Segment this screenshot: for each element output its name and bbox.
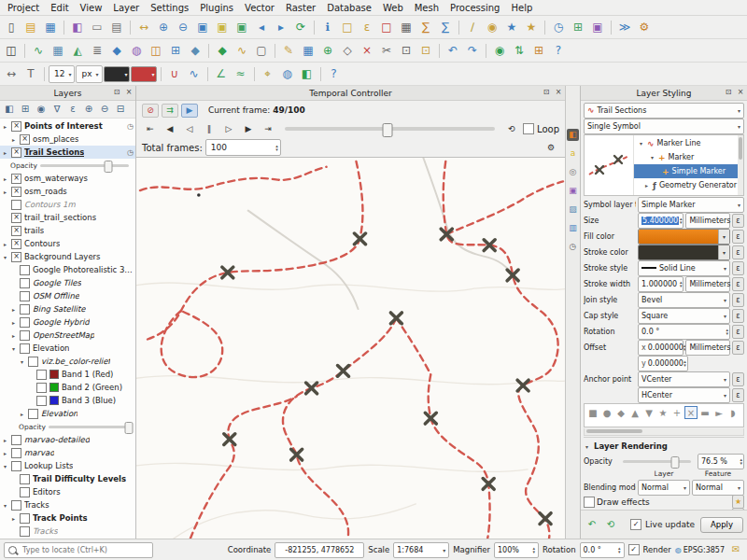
refresh-map-icon[interactable]: ⟳ [291,18,310,36]
enable-snapping-icon[interactable]: ∪ [165,64,184,83]
layer-row[interactable]: ▸marvao-detailed [0,433,135,446]
map-canvas[interactable] [136,158,565,539]
layer-row[interactable]: ▸Elevation [0,407,135,420]
locator-input[interactable] [21,545,148,555]
spin-arrows-icon[interactable]: ▴▾ [684,359,686,367]
save-project-icon[interactable]: ▦ [41,18,60,36]
field-calculator-icon[interactable]: ∑ [416,18,435,36]
anchor-h-data-defined-button[interactable]: ε [732,388,744,402]
undock-panel-icon[interactable]: ⊡ [541,87,552,98]
new-map-view-icon[interactable]: ⊞ [569,18,587,36]
symbol-tree-scrollbar[interactable] [738,135,743,195]
step-forward-button[interactable]: ▶ [240,122,257,136]
frame-slider-handle[interactable] [383,123,393,137]
styling-layer-combo[interactable]: ∿ Trail Sections ▾ [584,103,744,119]
menu-plugins[interactable]: Plugins [194,2,239,14]
histogram-tab[interactable]: ▥ [567,222,579,234]
cap-style-data-defined-button[interactable]: ε [732,309,744,323]
help-icon[interactable]: ? [549,41,568,60]
expand-arrow-icon[interactable]: ▾ [649,154,655,161]
layer-checkbox[interactable]: × [20,134,30,145]
help-contents-icon[interactable]: ? [325,64,344,83]
join-style-combo[interactable]: Bevel ▾ [638,292,730,308]
show-bookmarks-icon[interactable]: ★ [522,18,541,36]
spin-arrows-icon[interactable]: ▴▾ [726,328,728,335]
layer-checkbox[interactable] [20,330,30,341]
spin-arrows-icon[interactable]: ▴▾ [532,546,535,553]
layer-row[interactable]: ▸Google Hybrid [0,315,135,329]
expand-arrow-icon[interactable]: ▸ [10,332,17,339]
add-xyz-layer-icon[interactable]: ⊞ [166,41,185,60]
rotation-spinbox[interactable]: 0.0 ° ▴▾ [638,324,730,340]
menu-help[interactable]: Help [505,2,538,14]
feature-blend-combo[interactable]: Normal ▾ [692,480,744,496]
layer-row[interactable]: ▸Bing Satellite [0,302,135,315]
layer-checkbox[interactable] [20,474,30,484]
layer-row[interactable]: Tracks [0,525,135,538]
expand-arrow-icon[interactable]: ▸ [2,241,8,247]
stroke-width-spinbox[interactable]: 1.000000 ▴▾ [638,276,684,292]
expand-arrow-icon[interactable]: ▸ [10,319,17,326]
layer-opacity-handle[interactable] [125,422,134,434]
symbol-layer-type-combo[interactable]: Simple Marker ▾ [638,197,744,213]
layer-row[interactable]: Contours 1m [0,198,135,211]
spin-arrows-icon[interactable]: ▴▾ [275,144,278,151]
offset-unit-combo[interactable]: Millimeters ▾ [685,340,730,356]
offset-x-spinbox[interactable]: x 0.000000 ▴▾ [638,340,684,356]
layer-row[interactable]: Band 3 (Blue) [0,394,135,407]
close-panel-icon[interactable]: × [123,87,134,98]
layer-checkbox[interactable] [20,513,30,524]
layer-checkbox[interactable]: × [11,147,21,158]
text-color-chip[interactable]: ▾ [104,66,130,82]
shape-line[interactable]: ▬ [698,406,712,419]
menu-settings[interactable]: Settings [145,2,194,14]
zoom-to-layer-icon[interactable]: ▣ [233,18,251,36]
layer-rendering-header[interactable]: ▾ Layer Rendering [584,437,744,453]
new-3d-map-view-icon[interactable]: ▣ [588,18,607,36]
temporal-controller-panel-icon[interactable]: ◷ [549,18,568,36]
stroke-color-button[interactable]: ▾ [638,245,730,260]
close-panel-icon[interactable]: × [735,87,746,98]
expand-arrow-icon[interactable]: ▾ [638,140,644,147]
layer-checkbox[interactable] [11,200,21,210]
layer-row[interactable]: ▾viz.be_color-relief [0,355,135,368]
menu-edit[interactable]: Edit [45,2,74,14]
skip-to-start-button[interactable]: ⇤ [142,122,159,136]
text-annotation-icon[interactable]: T [21,64,40,83]
undock-panel-icon[interactable]: ⊡ [111,87,122,98]
zoom-next-icon[interactable]: ▸ [272,18,290,36]
layer-checkbox[interactable] [36,383,47,393]
layer-opacity-slider[interactable] [49,426,129,428]
plugin-builder-icon[interactable]: ⊞ [529,41,548,60]
enable-tracing-icon[interactable]: ∿ [185,64,204,83]
layer-row[interactable]: Google Tiles [0,276,135,289]
symbology-tab[interactable]: ◧ [567,129,579,141]
save-layer-edits-icon[interactable]: ▦ [299,41,317,60]
expand-arrow-icon[interactable]: ▸ [2,149,8,156]
render-opacity-handle[interactable] [670,456,679,469]
layer-checkbox[interactable] [28,357,38,367]
layer-row[interactable]: ▸Track Points [0,511,135,525]
layer-checkbox[interactable] [20,278,30,288]
layer-checkbox[interactable] [20,291,30,301]
menu-view[interactable]: View [75,2,108,14]
expand-arrow-icon[interactable]: ▸ [2,437,8,443]
expand-arrow-icon[interactable]: ▾ [2,463,8,469]
expand-arrow-icon[interactable]: ▾ [19,358,25,365]
shape-star[interactable]: ★ [656,406,669,419]
zoom-last-icon[interactable]: ◂ [252,18,271,36]
layer-checkbox[interactable]: × [11,226,21,236]
live-update-checkbox[interactable]: ✓ [630,519,641,530]
layer-row[interactable]: Trail Difficulty Levels [0,472,135,485]
shape-arrow[interactable]: ► [712,406,726,419]
vertex-tool-icon[interactable]: ◇ [338,41,357,60]
layer-row[interactable]: Band 2 (Green) [0,381,135,394]
join-style-data-defined-button[interactable]: ε [732,293,744,307]
layer-row[interactable]: OSM Offline [0,289,135,302]
style-undo-icon[interactable]: ↶ [585,517,599,532]
layer-checkbox[interactable] [36,396,47,406]
size-unit-combo[interactable]: Millimeters ▾ [685,213,730,229]
mask-tab[interactable]: ◎ [567,166,579,178]
expand-arrow-icon[interactable]: ▸ [2,123,8,130]
layer-checkbox[interactable] [11,461,21,471]
